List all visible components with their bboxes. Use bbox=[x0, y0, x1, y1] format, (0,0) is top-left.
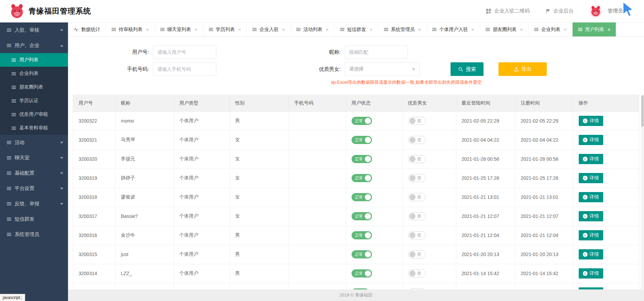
status-toggle[interactable]: 正常 bbox=[352, 193, 372, 201]
sidebar-subitem-2[interactable]: 朋友圈列表 bbox=[0, 80, 68, 94]
tab-4[interactable]: 企业入驻× bbox=[247, 22, 291, 36]
detail-button[interactable]: i详情 bbox=[579, 268, 603, 279]
sidebar-item-5[interactable]: 平台设置 bbox=[0, 181, 68, 196]
sidebar-item-7[interactable]: 短信群发 bbox=[0, 211, 68, 227]
sidebar-subitem-5[interactable]: 基本资料审核 bbox=[0, 121, 68, 135]
detail-button[interactable]: i详情 bbox=[579, 116, 603, 126]
phone-cell bbox=[289, 188, 346, 207]
close-icon[interactable]: × bbox=[146, 27, 149, 32]
table-row: 3200319静静子个体用户女正常否2021-01-25 17:282021-0… bbox=[73, 169, 639, 188]
status-toggle-label: 正常 bbox=[355, 271, 363, 276]
status-toggle[interactable]: 正常 bbox=[352, 212, 372, 220]
user-no-cell: 3200320 bbox=[73, 149, 115, 169]
detail-button[interactable]: i详情 bbox=[579, 135, 603, 145]
sidebar-subitem-0-active[interactable]: 用户列表 bbox=[0, 53, 68, 67]
tab-label: 企业列表 bbox=[541, 27, 560, 33]
status-toggle[interactable]: 正常 bbox=[352, 155, 372, 163]
sidebar-subitem-3[interactable]: 学历认证 bbox=[0, 94, 68, 108]
phone-input[interactable] bbox=[153, 62, 216, 76]
quality-toggle-label: 否 bbox=[417, 271, 421, 276]
status-toggle[interactable]: 正常 bbox=[352, 174, 372, 182]
quality-toggle[interactable]: 否 bbox=[408, 117, 426, 125]
quality-toggle[interactable]: 否 bbox=[408, 250, 426, 258]
sidebar-item-label: 学历认证 bbox=[19, 98, 38, 104]
quality-cell: 否 bbox=[402, 111, 456, 130]
tab-1[interactable]: 待审核列表× bbox=[106, 22, 155, 36]
nickname-cell: LZZ_ bbox=[115, 264, 174, 283]
tab-11-active[interactable]: 用户列表× bbox=[573, 22, 616, 36]
tab-9[interactable]: 朋友圈列表× bbox=[480, 22, 529, 36]
tab-0[interactable]: 数据统计 bbox=[68, 22, 106, 36]
tab-2[interactable]: 聊天室列表× bbox=[155, 22, 203, 36]
list-icon bbox=[252, 27, 257, 32]
sidebar-submenu: 用户列表企业列表朋友圈列表学历认证优质用户审核基本资料审核 bbox=[0, 53, 68, 135]
detail-button[interactable]: i详情 bbox=[579, 211, 603, 221]
close-icon[interactable]: × bbox=[418, 27, 421, 32]
search-button[interactable]: 搜索 bbox=[451, 62, 484, 76]
enterprise-qrcode-link[interactable]: 企业入驻二维码 bbox=[486, 8, 530, 14]
quality-toggle[interactable]: 否 bbox=[408, 212, 426, 220]
sidebar-item-0[interactable]: 入驻、审核 bbox=[0, 22, 68, 38]
tab-8[interactable]: 个体用户入驻× bbox=[427, 22, 480, 36]
detail-button[interactable]: i详情 bbox=[579, 173, 603, 183]
export-button[interactable]: 导出 bbox=[498, 62, 547, 76]
status-toggle[interactable] bbox=[352, 288, 369, 289]
status-cell: 正常 bbox=[346, 207, 402, 226]
admin-label[interactable]: 管理员 bbox=[608, 8, 623, 14]
search-icon bbox=[458, 67, 463, 72]
detail-button[interactable]: i详情 bbox=[579, 154, 603, 164]
sidebar-item-1[interactable]: 用户、企业 bbox=[0, 38, 68, 53]
sidebar-item-4[interactable]: 基础配置 bbox=[0, 165, 68, 181]
detail-button[interactable]: i详情 bbox=[579, 249, 603, 259]
detail-button[interactable]: i详情 bbox=[579, 192, 603, 202]
close-icon[interactable]: × bbox=[471, 27, 474, 32]
close-icon[interactable]: × bbox=[238, 27, 241, 32]
detail-button-label: 详情 bbox=[590, 175, 599, 181]
sidebar-item-8[interactable]: 系统管理员 bbox=[0, 227, 68, 242]
vertical-scrollbar[interactable] bbox=[641, 95, 644, 289]
tab-10[interactable]: 企业列表× bbox=[529, 22, 573, 36]
quality-toggle[interactable]: 否 bbox=[408, 136, 426, 144]
close-icon[interactable]: × bbox=[520, 27, 523, 32]
status-toggle[interactable]: 正常 bbox=[352, 231, 372, 239]
close-icon[interactable]: × bbox=[370, 27, 373, 32]
info-icon: i bbox=[583, 271, 588, 276]
close-icon[interactable]: × bbox=[564, 27, 567, 32]
status-toggle[interactable]: 正常 bbox=[352, 136, 372, 144]
nickname-cell: 廖俊谚 bbox=[115, 188, 174, 207]
avatar[interactable] bbox=[589, 5, 602, 18]
status-cell: 正常 bbox=[346, 149, 402, 169]
status-toggle[interactable]: 正常 bbox=[352, 269, 372, 278]
close-icon[interactable]: × bbox=[608, 27, 611, 32]
quality-toggle[interactable]: 否 bbox=[408, 193, 426, 201]
footer: 2019 © 青缘福田 bbox=[68, 289, 644, 301]
quality-toggle[interactable] bbox=[408, 288, 426, 289]
export-button-label: 导出 bbox=[522, 66, 532, 73]
quality-toggle[interactable]: 否 bbox=[408, 269, 426, 278]
quality-toggle[interactable]: 否 bbox=[408, 174, 426, 182]
sidebar-subitem-1[interactable]: 企业列表 bbox=[0, 67, 68, 80]
detail-button[interactable]: i详情 bbox=[579, 287, 603, 289]
sidebar-subitem-4[interactable]: 优质用户审核 bbox=[0, 108, 68, 121]
tab-3[interactable]: 学历列表× bbox=[203, 22, 247, 36]
enterprise-backend-link[interactable]: 企业后台 bbox=[545, 8, 574, 14]
quality-toggle[interactable]: 否 bbox=[408, 231, 426, 239]
nickname-input[interactable] bbox=[345, 45, 408, 59]
tab-7[interactable]: 系统管理员× bbox=[378, 22, 427, 36]
sidebar-item-6[interactable]: 反馈、举报 bbox=[0, 196, 68, 211]
status-toggle[interactable]: 正常 bbox=[352, 117, 372, 125]
close-icon[interactable]: × bbox=[194, 27, 198, 32]
tab-5[interactable]: 活动列表× bbox=[291, 22, 335, 36]
tab-6[interactable]: 短信群发× bbox=[335, 22, 378, 36]
quality-toggle[interactable]: 否 bbox=[408, 155, 426, 163]
close-icon[interactable]: × bbox=[282, 27, 285, 32]
sidebar-item-3[interactable]: 聊天室 bbox=[0, 150, 68, 165]
sidebar-item-2[interactable]: 活动 bbox=[0, 135, 68, 150]
scrollbar-thumb[interactable] bbox=[641, 95, 644, 127]
detail-button[interactable]: i详情 bbox=[579, 230, 603, 240]
status-toggle[interactable]: 正常 bbox=[352, 250, 372, 258]
close-icon[interactable]: × bbox=[326, 27, 329, 32]
user-no-input[interactable] bbox=[153, 45, 216, 59]
status-cell bbox=[346, 283, 402, 289]
quality-select[interactable]: 请选择 bbox=[345, 62, 420, 76]
